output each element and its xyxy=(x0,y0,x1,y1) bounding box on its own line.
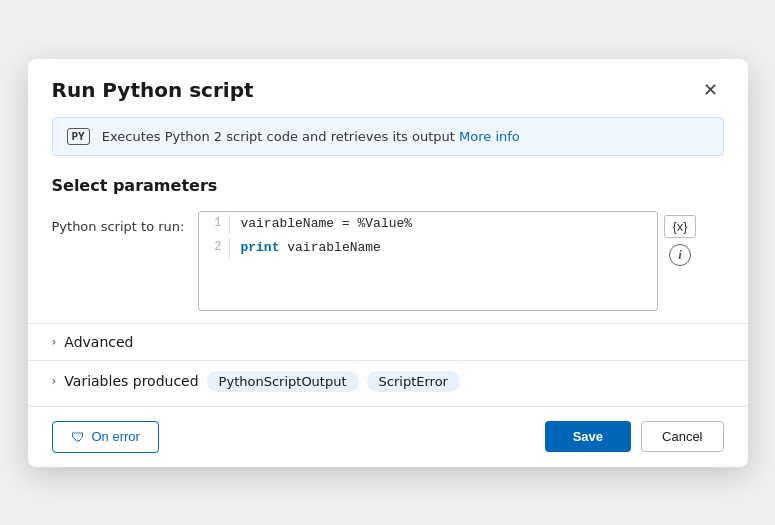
advanced-label: Advanced xyxy=(64,334,133,350)
advanced-chevron: › xyxy=(52,335,57,349)
code-content-2: print vairableName xyxy=(240,238,380,259)
dialog-title: Run Python script xyxy=(52,78,254,102)
param-label: Python script to run: xyxy=(52,211,185,234)
py-badge: PY xyxy=(67,128,90,145)
on-error-button[interactable]: 🛡 On error xyxy=(52,421,159,453)
info-banner-text: Executes Python 2 script code and retrie… xyxy=(102,129,520,144)
variables-chevron: › xyxy=(52,374,57,388)
code-editor-wrapper: 1 vairableName = %Value% 2 print vairabl… xyxy=(198,211,723,311)
close-button[interactable]: ✕ xyxy=(697,77,724,103)
line-num-2: 2 xyxy=(207,238,221,259)
save-button[interactable]: Save xyxy=(545,421,631,452)
info-banner: PY Executes Python 2 script code and ret… xyxy=(52,117,724,156)
code-content-1: vairableName = %Value% xyxy=(240,214,412,235)
footer-right: Save Cancel xyxy=(545,421,724,452)
more-info-link[interactable]: More info xyxy=(459,129,520,144)
var-tag-python-output: PythonScriptOutput xyxy=(207,371,359,392)
line-num-1: 1 xyxy=(207,214,221,235)
keyword-print: print xyxy=(240,240,279,255)
variables-produced-row: › Variables produced PythonScriptOutput … xyxy=(28,360,748,402)
cancel-button[interactable]: Cancel xyxy=(641,421,723,452)
code-editor[interactable]: 1 vairableName = %Value% 2 print vairabl… xyxy=(198,211,658,311)
shield-icon: 🛡 xyxy=(71,429,85,445)
editor-actions: {x} i xyxy=(664,211,695,266)
run-python-dialog: Run Python script ✕ PY Executes Python 2… xyxy=(28,59,748,467)
on-error-label: On error xyxy=(92,429,140,444)
advanced-row[interactable]: › Advanced xyxy=(28,323,748,360)
dialog-footer: 🛡 On error Save Cancel xyxy=(28,406,748,467)
code-line-1: 1 vairableName = %Value% xyxy=(199,212,657,237)
code-line-2: 2 print vairableName xyxy=(199,236,657,261)
info-icon[interactable]: i xyxy=(669,244,691,266)
params-row: Python script to run: 1 vairableName = %… xyxy=(28,207,748,323)
variables-label: Variables produced xyxy=(64,373,198,389)
variable-button[interactable]: {x} xyxy=(664,215,695,238)
var-tag-script-error: ScriptError xyxy=(367,371,460,392)
dialog-header: Run Python script ✕ xyxy=(28,59,748,117)
section-title: Select parameters xyxy=(28,172,748,207)
